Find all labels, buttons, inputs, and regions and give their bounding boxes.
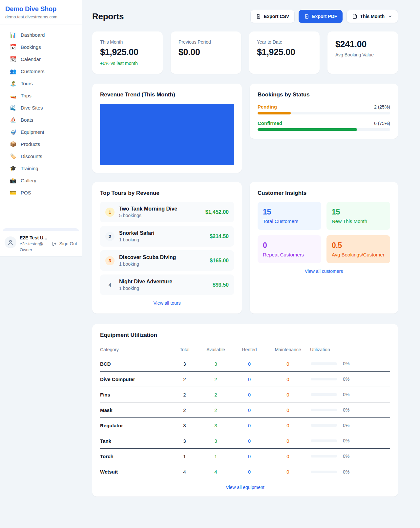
stat-delta: +0% vs last month [100,61,155,66]
cell-maintenance: 0 [266,392,310,397]
tour-revenue: $214.50 [210,234,229,239]
user-name: E2E Test U... [20,235,49,240]
package-icon: 📦 [10,142,16,147]
shop-name: Demo Dive Shop [5,5,76,13]
col-maintenance: Maintenance [266,347,310,352]
sidebar-item-label: Calendar [21,56,41,62]
tour-bookings: 1 booking [119,237,205,242]
tile-value: 15 [332,208,385,216]
customer-insights-card: Customer Insights 15 Total Customers 15 … [250,182,398,314]
file-download-icon [256,14,261,19]
tile-total-customers: 15 Total Customers [258,202,321,230]
cell-maintenance: 0 [266,423,310,428]
sidebar-item-equipment[interactable]: 🤿 Equipment [3,126,79,138]
rank-badge: 4 [105,280,115,290]
customers-icon: 👥 [10,69,16,74]
tour-revenue: $1,452.00 [205,209,229,215]
island-icon: 🏝️ [10,81,16,86]
export-csv-button[interactable]: Export CSV [250,10,295,23]
tour-revenue: $93.50 [213,282,229,288]
table-row: Fins 2 2 0 0 0% [100,387,390,402]
cell-available: 4 [199,469,233,475]
table-row: Mask 2 2 0 0 0% [100,402,390,418]
cell-available: 3 [199,361,233,367]
equipment-utilization-title: Equipment Utilization [100,332,390,338]
calendar-icon: 📆 [10,57,16,62]
cell-category: Mask [100,407,171,413]
sign-out-label: Sign Out [59,241,77,246]
view-all-customers-link[interactable]: View all customers [258,269,390,274]
bookings-by-status-title: Bookings by Status [258,91,390,98]
revenue-trend-title: Revenue Trend (This Month) [100,91,234,98]
view-all-equipment-link[interactable]: View all equipment [100,485,390,490]
tile-repeat-customers: 0 Repeat Customers [258,235,321,263]
tour-name: Discover Scuba Diving [119,254,205,260]
status-value: 6 (75%) [374,121,390,126]
cell-utilization: 0% [310,376,390,382]
sidebar-item-dashboard[interactable]: 📊 Dashboard [3,29,79,41]
sidebar-item-reports-active-partial[interactable] [3,228,79,231]
shop-domain: demo.test.divestreams.com [5,14,76,19]
tag-icon: 🏷️ [10,154,16,159]
cell-rented: 0 [233,423,266,428]
stat-value: $241.00 [335,39,390,50]
sidebar-header: Demo Dive Shop demo.test.divestreams.com [0,0,82,25]
progress-track [258,112,390,114]
utilization-percent: 0% [343,392,349,397]
sidebar-item-gallery[interactable]: 📸 Gallery [3,174,79,187]
user-role: Owner [20,247,49,252]
stat-value: $1,925.00 [100,47,155,57]
stat-card-avg-booking-value: $241.00 Avg Booking Value [327,31,398,74]
sidebar-item-trips[interactable]: 🚤 Trips [3,90,79,102]
header-actions: Export CSV Export PDF This Month [250,10,398,23]
sidebar-item-calendar[interactable]: 📆 Calendar [3,53,79,65]
sidebar-item-label: Boats [21,117,33,123]
col-available: Available [199,347,233,352]
cell-total: 3 [171,361,199,367]
utilization-bar [311,424,337,427]
user-email: e2e-tester@... [20,241,49,246]
sidebar-item-bookings[interactable]: 📅 Bookings [3,41,79,53]
wave-icon: 🌊 [10,105,16,111]
stat-cards: This Month $1,925.00 +0% vs last month P… [92,31,398,74]
dashboard-icon: 📊 [10,32,16,38]
cell-category: Fins [100,392,171,397]
sidebar-item-discounts[interactable]: 🏷️ Discounts [3,150,79,162]
sidebar-item-products[interactable]: 📦 Products [3,138,79,150]
sidebar-item-dive-sites[interactable]: 🌊 Dive Sites [3,102,79,114]
sidebar: Demo Dive Shop demo.test.divestreams.com… [0,0,82,256]
stat-card-previous-period: Previous Period $0.00 [171,31,241,74]
cell-total: 4 [171,469,199,475]
sidebar-item-label: Products [21,141,40,147]
sidebar-item-customers[interactable]: 👥 Customers [3,65,79,77]
cell-available: 2 [199,407,233,413]
sign-out-button[interactable]: Sign Out [52,241,77,246]
view-all-tours-link[interactable]: View all tours [100,300,234,306]
cell-utilization: 0% [310,423,390,428]
tour-row: 2 Snorkel Safari 1 booking $214.50 [100,226,234,247]
cell-category: Torch [100,454,171,459]
utilization-percent: 0% [343,361,349,366]
stat-card-this-month: This Month $1,925.00 +0% vs last month [92,31,163,74]
chevron-down-icon [388,14,392,19]
sidebar-item-boats[interactable]: ⛵ Boats [3,114,79,126]
customer-insights-title: Customer Insights [258,190,390,196]
period-select[interactable]: This Month [346,10,398,23]
credit-card-icon: 💳 [10,190,16,195]
stat-card-year-to-date: Year to Date $1,925.00 [249,31,320,74]
sidebar-item-pos[interactable]: 💳 POS [3,187,79,199]
sidebar-item-training[interactable]: 🎓 Training [3,162,79,174]
sidebar-item-tours[interactable]: 🏝️ Tours [3,77,79,90]
table-row: Tank 3 3 0 0 0% [100,433,390,449]
cell-total: 3 [171,423,199,428]
cell-total: 1 [171,454,199,459]
cell-utilization: 0% [310,454,390,459]
sidebar-item-label: POS [21,190,31,195]
sidebar-item-label: Dive Sites [21,105,43,111]
rank-badge: 2 [105,232,115,241]
tour-list: 1 Two Tank Morning Dive 5 bookings $1,45… [100,202,234,295]
export-pdf-button[interactable]: Export PDF [299,10,343,23]
utilization-percent: 0% [343,469,349,475]
table-row: Torch 1 1 0 0 0% [100,449,390,464]
stat-value: $0.00 [178,47,233,57]
